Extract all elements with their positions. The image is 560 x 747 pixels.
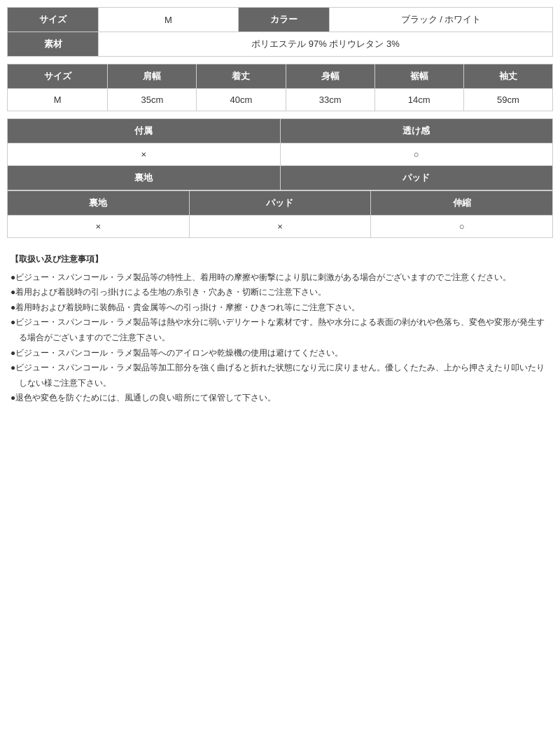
- transparency-label: 透け感: [280, 119, 553, 144]
- notes-section: 【取扱い及び注意事項】 ●ビジュー・スパンコール・ラメ製品等の特性上、着用時の摩…: [7, 249, 553, 410]
- notes-item: ●ビジュー・スパンコール・ラメ製品等へのアイロンや乾燥機の使用は避けてください。: [10, 346, 550, 361]
- top-info-table: サイズ M カラー ブラック / ホワイト 素材 ポリエステル 97% ポリウレ…: [7, 7, 553, 57]
- notes-item: ●退色や変色を防ぐためには、風通しの良い暗所にて保管して下さい。: [10, 391, 550, 406]
- size-value: M: [99, 8, 239, 32]
- lining-label: 裏地: [8, 191, 190, 216]
- transparency-value: ○: [280, 144, 553, 166]
- size-detail-cell: 14cm: [374, 89, 463, 111]
- notes-items-container: ●ビジュー・スパンコール・ラメ製品等の特性上、着用時の摩擦や衝撃により肌に刺激が…: [10, 270, 550, 406]
- stretch-label: 伸縮: [371, 191, 553, 216]
- notes-item: ●ビジュー・スパンコール・ラメ製品等加工部分を強く曲げると折れた状態になり元に戻…: [10, 361, 550, 391]
- size-label: サイズ: [8, 8, 99, 32]
- notes-item: ●ビジュー・スパンコール・ラメ製品等の特性上、着用時の摩擦や衝撃により肌に刺激が…: [10, 270, 550, 286]
- padding-label: パッド: [189, 191, 371, 216]
- size-detail-cell: M: [8, 89, 108, 111]
- size-detail-header-cell: 裾幅: [374, 64, 463, 89]
- stretch-value: ○: [371, 216, 553, 238]
- notes-item: ●ビジュー・スパンコール・ラメ製品等は熱や水分に弱いデリケートな素材です。熱や水…: [10, 315, 550, 345]
- size-detail-row: M35cm40cm33cm14cm59cm: [8, 89, 553, 111]
- material-value: ポリエステル 97% ポリウレタン 3%: [99, 32, 553, 57]
- notes-title: 【取扱い及び注意事項】: [10, 252, 550, 267]
- size-detail-cell: 33cm: [286, 89, 374, 111]
- size-detail-header-cell: 身幅: [286, 64, 374, 89]
- accessory-label: 付属: [8, 119, 281, 144]
- size-detail-header-cell: 着丈: [197, 64, 286, 89]
- size-detail-header-cell: 肩幅: [108, 64, 197, 89]
- color-value: ブラック / ホワイト: [330, 8, 553, 32]
- size-detail-header-cell: サイズ: [8, 64, 108, 89]
- attributes-table-2: 裏地 パッド 伸縮 × × ○: [7, 190, 553, 238]
- lining-label: 裏地: [8, 166, 281, 190]
- color-label: カラー: [239, 8, 330, 32]
- accessory-value: ×: [8, 144, 281, 166]
- padding-label: パッド: [280, 166, 553, 190]
- size-detail-header-cell: 袖丈: [463, 64, 552, 89]
- padding-value: ×: [189, 216, 371, 238]
- attributes-table: 付属 透け感 × ○ 裏地 パッド: [7, 118, 553, 190]
- size-detail-cell: 40cm: [197, 89, 286, 111]
- material-label: 素材: [8, 32, 99, 57]
- size-detail-cell: 59cm: [463, 89, 552, 111]
- notes-item: ●着用および着脱時の引っ掛けによる生地の糸引き・穴あき・切断にご注意下さい。: [10, 285, 550, 300]
- size-detail-cell: 35cm: [108, 89, 197, 111]
- lining-value: ×: [8, 216, 190, 238]
- size-detail-table: サイズ肩幅着丈身幅裾幅袖丈 M35cm40cm33cm14cm59cm: [7, 64, 553, 111]
- notes-item: ●着用時および着脱時に装飾品・貴金属等への引っ掛け・摩擦・ひきつれ等にご注意下さ…: [10, 300, 550, 316]
